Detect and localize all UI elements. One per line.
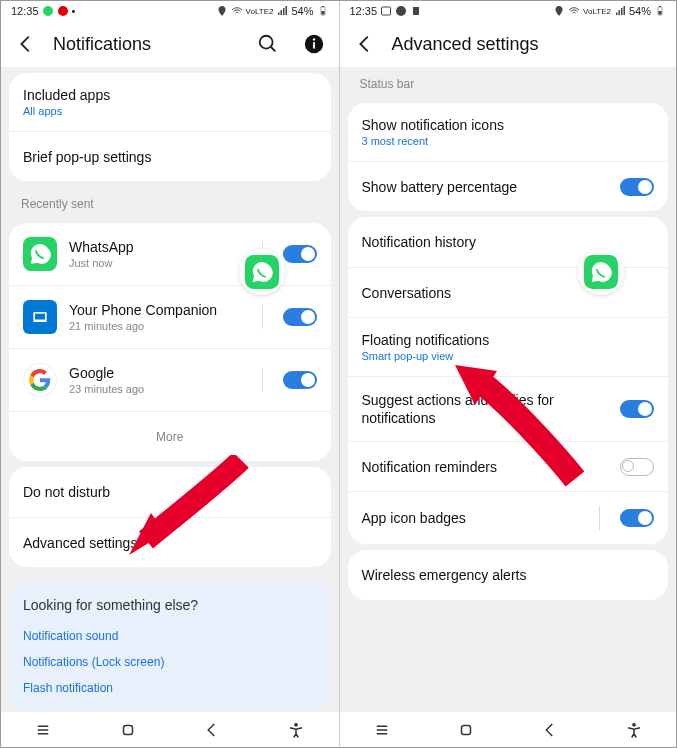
battery-icon: [654, 5, 666, 17]
signal-icon: [614, 5, 626, 17]
svg-rect-3: [321, 11, 324, 15]
wireless-emergency-row[interactable]: Wireless emergency alerts: [348, 550, 669, 600]
looking-for-card: Looking for something else? Notification…: [9, 581, 331, 711]
looking-for-title: Looking for something else?: [23, 597, 317, 613]
brief-popup-row[interactable]: Brief pop-up settings: [9, 131, 331, 181]
page-header: Notifications: [1, 21, 339, 67]
svg-rect-4: [322, 6, 324, 7]
search-icon[interactable]: [257, 33, 279, 55]
recents-icon[interactable]: [373, 721, 391, 739]
location-icon: [553, 5, 565, 17]
included-apps-sub: All apps: [23, 105, 317, 117]
page-title: Advanced settings: [392, 34, 663, 55]
floating-notifications-row[interactable]: Floating notifications Smart pop-up view: [348, 317, 669, 376]
battery-percentage-row[interactable]: Show battery percentage: [348, 161, 669, 211]
volte-label: VoLTE2: [246, 7, 274, 16]
wireless-label: Wireless emergency alerts: [362, 567, 527, 583]
app-name: WhatsApp: [69, 239, 242, 255]
app-row-phone-companion[interactable]: Your Phone Companion 21 minutes ago: [9, 285, 331, 348]
location-icon: [216, 5, 228, 17]
right-phone: 12:35 VoLTE2 54% Advanced settings Statu…: [339, 1, 677, 747]
svg-rect-20: [659, 6, 661, 7]
floating-sub: Smart pop-up view: [362, 350, 655, 362]
whatsapp-icon: [395, 5, 407, 17]
your-phone-icon: [23, 300, 57, 334]
separator: [599, 506, 600, 530]
toggle-whatsapp[interactable]: [283, 245, 317, 263]
back-nav-icon[interactable]: [203, 721, 221, 739]
info-icon[interactable]: [303, 33, 325, 55]
advanced-settings-label: Advanced settings: [23, 535, 137, 551]
floating-title: Floating notifications: [362, 332, 655, 348]
recents-icon[interactable]: [34, 721, 52, 739]
dnd-row[interactable]: Do not disturb: [9, 467, 331, 517]
back-icon[interactable]: [354, 33, 376, 55]
toggle-battery-pct[interactable]: [620, 178, 654, 196]
nav-bar: [1, 711, 339, 747]
link-flash-notification[interactable]: Flash notification: [23, 675, 317, 701]
app-icon-badges-row[interactable]: App icon badges: [348, 491, 669, 544]
page-title: Notifications: [53, 34, 241, 55]
svg-point-22: [632, 723, 635, 726]
app-time: Just now: [69, 257, 242, 269]
volte-label: VoLTE2: [583, 7, 611, 16]
notification-reminders-row[interactable]: Notification reminders: [348, 441, 669, 491]
toggle-badges[interactable]: [620, 509, 654, 527]
svg-rect-21: [461, 725, 470, 734]
signal-icon: [276, 5, 288, 17]
battery-pct-label: Show battery percentage: [362, 179, 609, 195]
accessibility-icon[interactable]: [287, 721, 305, 739]
show-notification-icons-row[interactable]: Show notification icons 3 most recent: [348, 103, 669, 161]
link-notification-sound[interactable]: Notification sound: [23, 623, 317, 649]
conversations-label: Conversations: [362, 285, 452, 301]
show-icons-title: Show notification icons: [362, 117, 655, 133]
svg-rect-12: [123, 725, 132, 734]
notif-icon: [410, 5, 422, 17]
svg-point-16: [396, 6, 406, 16]
left-phone: 12:35 • VoLTE2 54% Notifications Include…: [1, 1, 339, 747]
status-bar: 12:35 VoLTE2 54%: [340, 1, 677, 21]
image-icon: [380, 5, 392, 17]
google-icon: [23, 363, 57, 397]
home-icon[interactable]: [119, 721, 137, 739]
suggest-actions-row[interactable]: Suggest actions and replies for notifica…: [348, 376, 669, 441]
whatsapp-floating-bubble[interactable]: [239, 249, 285, 295]
svg-point-0: [43, 6, 53, 16]
accessibility-icon[interactable]: [625, 721, 643, 739]
wifi-icon: [231, 5, 243, 17]
more-row[interactable]: More: [9, 411, 331, 461]
app-time: 21 minutes ago: [69, 320, 242, 332]
reminders-label: Notification reminders: [362, 459, 609, 475]
back-nav-icon[interactable]: [541, 721, 559, 739]
link-lock-screen[interactable]: Notifications (Lock screen): [23, 649, 317, 675]
airtel-icon: [57, 5, 69, 17]
whatsapp-icon: [42, 5, 54, 17]
toggle-google[interactable]: [283, 371, 317, 389]
more-label: More: [156, 430, 183, 444]
battery-icon: [317, 5, 329, 17]
included-apps-row[interactable]: Included apps All apps: [9, 73, 331, 131]
advanced-settings-row[interactable]: Advanced settings: [9, 517, 331, 567]
whatsapp-app-icon: [23, 237, 57, 271]
app-name: Your Phone Companion: [69, 302, 242, 318]
status-time: 12:35: [11, 5, 39, 17]
dnd-label: Do not disturb: [23, 484, 110, 500]
svg-rect-11: [35, 314, 45, 320]
svg-point-13: [295, 723, 298, 726]
svg-rect-15: [382, 7, 391, 15]
nav-bar: [340, 711, 677, 747]
back-icon[interactable]: [15, 33, 37, 55]
toggle-phone-companion[interactable]: [283, 308, 317, 326]
svg-rect-19: [659, 11, 662, 15]
status-bar-label: Status bar: [348, 67, 669, 97]
toggle-reminders[interactable]: [620, 458, 654, 476]
wifi-icon: [568, 5, 580, 17]
app-row-google[interactable]: Google 23 minutes ago: [9, 348, 331, 411]
whatsapp-floating-bubble[interactable]: [578, 249, 624, 295]
home-icon[interactable]: [457, 721, 475, 739]
history-label: Notification history: [362, 234, 476, 250]
page-header: Advanced settings: [340, 21, 677, 67]
battery-pct: 54%: [629, 5, 651, 17]
status-bar: 12:35 • VoLTE2 54%: [1, 1, 339, 21]
toggle-suggest[interactable]: [620, 400, 654, 418]
